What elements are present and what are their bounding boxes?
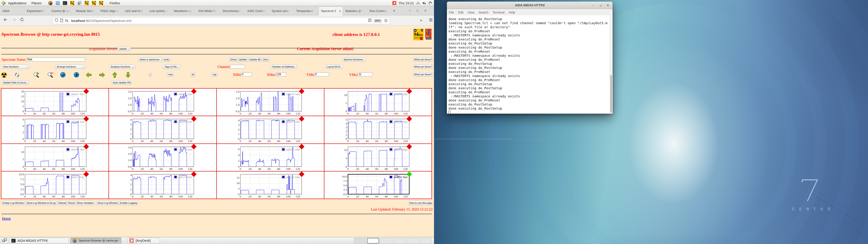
- spectrum-chart-aida11[interactable]: 0246020406080100120aida11 Stat: [234, 144, 307, 170]
- how-to-use-button[interactable]: How to use this page: [408, 201, 433, 205]
- spectra-functions-select[interactable]: Spectra functions: [342, 57, 365, 62]
- gallery-cell-aida12[interactable]: 0510020406080100120aida12 Stat: [324, 144, 432, 171]
- home-link[interactable]: Home: [2, 217, 11, 221]
- log-button[interactable]: log: [212, 72, 217, 77]
- page-info-icon[interactable]: [60, 19, 63, 23]
- midas-icon[interactable]: Mids: [84, 1, 89, 5]
- gallery-cell-aida06[interactable]: 01234020406080100120aida06 Stat: [109, 116, 216, 143]
- tab-experiment-co[interactable]: Experiment Co: [25, 6, 49, 16]
- tab-temperature[interactable]: Temperature: [294, 6, 318, 16]
- spectrum-chart-aida04[interactable]: 0510020406080100120aida04 Stat: [342, 88, 414, 115]
- gallery-cell-aida08[interactable]: 012345020406080100120aida08 Stat: [324, 116, 432, 143]
- terminal-maximize-button[interactable]: ◻: [597, 2, 604, 9]
- tab-discriminator[interactable]: Discriminator: [221, 6, 245, 16]
- show-log-window-button[interactable]: Show Log Window: [96, 201, 119, 205]
- url-bar[interactable]: localhost:8015/Spectrum/Spectrum.tml 80%: [53, 17, 390, 24]
- what-are-these-button-2[interactable]: What are these?: [413, 65, 433, 69]
- terminal-menu-edit[interactable]: Edit: [458, 11, 464, 14]
- hamburger-menu-icon[interactable]: [428, 18, 433, 23]
- spectrum-chart-aida12[interactable]: 0510020406080100120aida12 Stat: [342, 144, 414, 170]
- power-icon[interactable]: [428, 1, 432, 5]
- panel-clock[interactable]: Thu 15:21: [399, 1, 414, 5]
- workspace-5[interactable]: [406, 238, 418, 244]
- tab-asic-control[interactable]: ASIC Control: [245, 6, 270, 16]
- radiation-icon[interactable]: [1, 72, 7, 79]
- tab-system-wide[interactable]: System wide: [270, 6, 294, 16]
- terminal-output[interactable]: done executing do_PostSetuploading Spect…: [447, 16, 613, 114]
- taskbar-window-firefox[interactable]: Spectrum Browser @ carme-gsi — ...: [70, 238, 121, 244]
- new-button[interactable]: new: [167, 72, 174, 77]
- gallery-cell-aida02[interactable]: 0.01.02.03.0020406080100120aida02 Stat: [109, 89, 216, 116]
- pan-down-icon[interactable]: [125, 72, 131, 79]
- channel-input[interactable]: [230, 65, 245, 69]
- tab-lost-activity-m[interactable]: Lost activity m: [147, 6, 172, 16]
- zoom-out-icon[interactable]: [47, 72, 54, 79]
- url-text[interactable]: localhost:8015/Spectrum/Spectrum.tml: [71, 19, 131, 23]
- xmax-input[interactable]: 128: [275, 72, 286, 77]
- window-minimize-button[interactable]: −: [407, 6, 412, 16]
- screenshot-icon[interactable]: [77, 1, 82, 5]
- spectrum-chart-aida05[interactable]: 0246020406080100120aida05 Stat: [19, 116, 91, 143]
- applications-menu[interactable]: Applications: [6, 1, 29, 5]
- spectrum-chart-aida06[interactable]: 01234020406080100120aida06 Stat: [126, 116, 199, 143]
- spectrum-chart-aida03[interactable]: 0.01.02.03.0020406080100120aida03 Stat: [234, 88, 307, 115]
- workspace-4[interactable]: [393, 238, 405, 244]
- view-functions-select[interactable]: View functions: [1, 65, 30, 69]
- spectrum-chart-aida13[interactable]: 0.02.55.07.510.0020406080100120aida13 St…: [19, 171, 91, 198]
- arrange-functions-select[interactable]: Arrange functions: [55, 65, 86, 69]
- gallery-cell-aida01[interactable]: 05101520020406080100120aida01 Stat: [1, 89, 108, 116]
- tab-fadc-align[interactable]: FADC Align &: [98, 6, 123, 16]
- window-maximize-button[interactable]: □: [415, 6, 420, 16]
- zoom-level-badge[interactable]: 80%: [373, 19, 382, 23]
- reset-button[interactable]: Reset: [67, 201, 76, 205]
- show-button[interactable]: Show: [229, 57, 238, 62]
- show-desktop-button[interactable]: [1, 238, 8, 244]
- spectrum-chart-aida15[interactable]: 051015020406080100120aida15 Stat: [234, 171, 307, 198]
- tab-spectrum-b[interactable]: Spectrum B×: [318, 6, 343, 16]
- send-log-window-to-elog-button[interactable]: Send Log Window to ELog: [26, 201, 57, 205]
- window-close-button[interactable]: ×: [423, 6, 428, 16]
- terminal-minimize-button[interactable]: −: [590, 2, 597, 9]
- terminal-close-button[interactable]: ✕: [604, 2, 611, 9]
- empty-log-window-button[interactable]: Empty Log Window: [2, 201, 25, 205]
- anydesk-tray-icon[interactable]: [393, 1, 396, 5]
- refresh-icon[interactable]: [14, 72, 20, 79]
- gallery-cell-aida15[interactable]: 051015020406080100120aida15 Stat: [217, 172, 324, 199]
- xmin-input[interactable]: 0: [241, 72, 252, 77]
- terminal-menu-view[interactable]: View: [468, 11, 474, 14]
- terminal-window[interactable]: AIDA MIDAS HTTPd − ◻ ✕ FileEditViewSearc…: [447, 2, 613, 114]
- network-status-icon[interactable]: ?: [416, 1, 420, 5]
- gallery-cell-aida05[interactable]: 0246020406080100120aida05 Stat: [1, 116, 108, 143]
- midas-icon[interactable]: Mids: [70, 1, 74, 5]
- shield-icon[interactable]: [55, 18, 58, 23]
- tab-gsi-white-rab[interactable]: GSI White Rab: [196, 6, 220, 16]
- spectrum-chart-aida14[interactable]: 01234020406080100120aida14 Stat: [126, 171, 199, 198]
- bookmark-star-icon[interactable]: [384, 19, 388, 23]
- layout-id-select[interactable]: Layout ID=2: [325, 65, 343, 69]
- number-of-galleries-select[interactable]: Number of Galleries: [271, 65, 297, 69]
- gallery-cell-aida07[interactable]: 01234020406080100120aida07 Stat: [217, 116, 324, 143]
- auto-update-button[interactable]: Auto Update ON: [112, 81, 132, 85]
- all-button[interactable]: all: [191, 72, 195, 77]
- gallery-cell-aida14[interactable]: 01234020406080100120aida14 Stat: [109, 172, 216, 199]
- midas-icon[interactable]: Mids: [99, 1, 103, 5]
- gallery-cell-aida04[interactable]: 0510020406080100120aida04 Stat: [324, 89, 432, 116]
- terminal-icon[interactable]: >_: [63, 1, 67, 5]
- distro-logo-icon[interactable]: [1, 1, 6, 5]
- gallery-cell-aida03[interactable]: 0.01.02.03.0020406080100120aida03 Stat: [217, 89, 324, 116]
- tags-fits-select[interactable]: Tags & Fits: [163, 65, 180, 69]
- tab-led-and-wave[interactable]: LED and Wave: [123, 6, 147, 16]
- update-button[interactable]: Update: [238, 57, 248, 62]
- zoom-in-icon[interactable]: [33, 72, 39, 79]
- enable-logging-button[interactable]: Enable Logging: [119, 201, 138, 205]
- terminal-menu-help[interactable]: Help: [508, 11, 515, 14]
- workspace-6[interactable]: [420, 238, 432, 244]
- pan-up-icon[interactable]: [112, 72, 117, 79]
- new-tab-button[interactable]: +: [391, 8, 397, 14]
- acquisition-server-select[interactable]: aida05: [118, 47, 131, 51]
- spectrum-chart-aida01[interactable]: 05101520020406080100120aida01 Stat: [19, 88, 91, 115]
- select-a-spectrum-select[interactable]: Select a spectrum: [138, 57, 162, 62]
- tab-aida[interactable]: AIDA: [0, 6, 25, 16]
- spectrum-chart-aida10[interactable]: 0.01.02.03.0020406080100120aida10 Stat: [126, 144, 199, 170]
- tab-module-settin[interactable]: Module Settin: [74, 6, 98, 16]
